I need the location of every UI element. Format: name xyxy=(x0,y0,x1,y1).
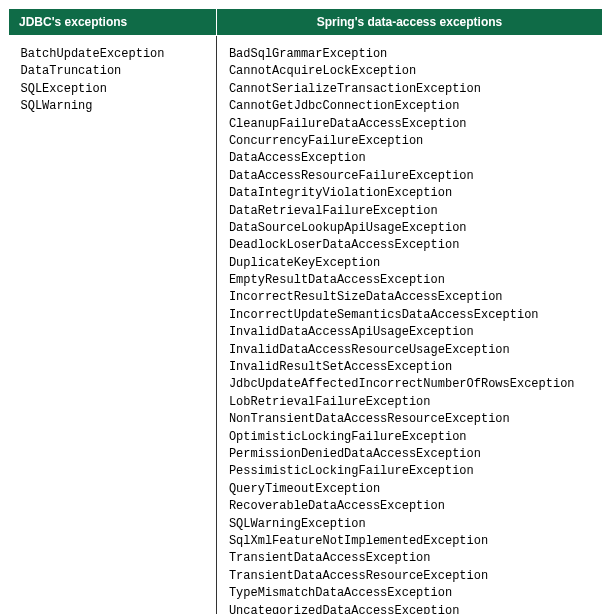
spring-exception: UncategorizedDataAccessException xyxy=(229,603,591,615)
spring-exception: DataAccessException xyxy=(229,150,591,167)
header-spring: Spring's data-access exceptions xyxy=(216,9,602,36)
spring-exception: TypeMismatchDataAccessException xyxy=(229,585,591,602)
table-row: BatchUpdateExceptionDataTruncationSQLExc… xyxy=(9,36,603,615)
spring-exception: CannotAcquireLockException xyxy=(229,63,591,80)
spring-exception: NonTransientDataAccessResourceException xyxy=(229,411,591,428)
spring-exception: OptimisticLockingFailureException xyxy=(229,429,591,446)
spring-exception: DataIntegrityViolationException xyxy=(229,185,591,202)
spring-exception: InvalidDataAccessApiUsageException xyxy=(229,324,591,341)
spring-exception: PermissionDeniedDataAccessException xyxy=(229,446,591,463)
spring-exception: BadSqlGrammarException xyxy=(229,46,591,63)
jdbc-exception: DataTruncation xyxy=(21,63,204,80)
jdbc-exception: SQLException xyxy=(21,81,204,98)
spring-exception: DataAccessResourceFailureException xyxy=(229,168,591,185)
jdbc-exception: BatchUpdateException xyxy=(21,46,204,63)
spring-exception: DeadlockLoserDataAccessException xyxy=(229,237,591,254)
spring-exception: SQLWarningException xyxy=(229,516,591,533)
spring-exception: TransientDataAccessException xyxy=(229,550,591,567)
spring-exception: InvalidDataAccessResourceUsageException xyxy=(229,342,591,359)
table-header-row: JDBC's exceptions Spring's data-access e… xyxy=(9,9,603,36)
spring-exception: PessimisticLockingFailureException xyxy=(229,463,591,480)
spring-exception: CannotSerializeTransactionException xyxy=(229,81,591,98)
spring-exception: JdbcUpdateAffectedIncorrectNumberOfRowsE… xyxy=(229,376,591,393)
spring-exception: TransientDataAccessResourceException xyxy=(229,568,591,585)
spring-exception: IncorrectUpdateSemanticsDataAccessExcept… xyxy=(229,307,591,324)
spring-exception: DataSourceLookupApiUsageException xyxy=(229,220,591,237)
spring-exception: QueryTimeoutException xyxy=(229,481,591,498)
spring-exception: DataRetrievalFailureException xyxy=(229,203,591,220)
spring-exception: SqlXmlFeatureNotImplementedException xyxy=(229,533,591,550)
spring-exception: InvalidResultSetAccessException xyxy=(229,359,591,376)
spring-exception: IncorrectResultSizeDataAccessException xyxy=(229,289,591,306)
jdbc-cell: BatchUpdateExceptionDataTruncationSQLExc… xyxy=(9,36,217,615)
spring-exception: CannotGetJdbcConnectionException xyxy=(229,98,591,115)
header-jdbc: JDBC's exceptions xyxy=(9,9,217,36)
spring-cell: BadSqlGrammarExceptionCannotAcquireLockE… xyxy=(216,36,602,615)
exceptions-table: JDBC's exceptions Spring's data-access e… xyxy=(8,8,603,614)
spring-exception: EmptyResultDataAccessException xyxy=(229,272,591,289)
spring-exception: RecoverableDataAccessException xyxy=(229,498,591,515)
jdbc-exception: SQLWarning xyxy=(21,98,204,115)
spring-exception: ConcurrencyFailureException xyxy=(229,133,591,150)
spring-exception: CleanupFailureDataAccessException xyxy=(229,116,591,133)
spring-exception: DuplicateKeyException xyxy=(229,255,591,272)
spring-exception: LobRetrievalFailureException xyxy=(229,394,591,411)
